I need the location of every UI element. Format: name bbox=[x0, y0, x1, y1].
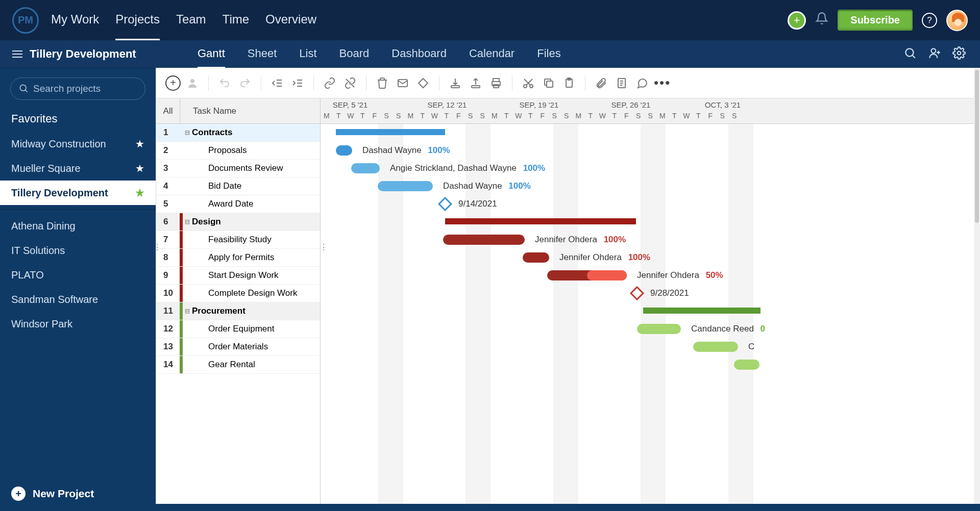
add-task-button[interactable]: + bbox=[165, 75, 181, 91]
avatar[interactable] bbox=[946, 10, 968, 31]
more-icon[interactable]: ••• bbox=[654, 75, 671, 91]
task-row[interactable]: 1⊟Contracts bbox=[156, 124, 320, 142]
outdent-icon[interactable] bbox=[268, 74, 286, 92]
day-label: T bbox=[357, 112, 369, 122]
undo-icon[interactable] bbox=[216, 74, 233, 92]
task-row[interactable]: 11⊟Procurement bbox=[156, 302, 320, 320]
tab-gantt[interactable]: Gantt bbox=[198, 40, 225, 68]
nav-time[interactable]: Time bbox=[223, 0, 249, 40]
comment-icon[interactable] bbox=[633, 74, 651, 92]
task-bar[interactable] bbox=[693, 342, 738, 352]
attachment-icon[interactable] bbox=[593, 74, 610, 92]
task-row[interactable]: 6⊟Design bbox=[156, 213, 320, 231]
task-row[interactable]: 13Order Materials bbox=[156, 338, 320, 356]
tab-sheet[interactable]: Sheet bbox=[248, 40, 277, 68]
task-row[interactable]: 7Feasibility Study bbox=[156, 231, 320, 249]
milestone-label: 9/28/2021 bbox=[650, 288, 689, 298]
notifications-icon[interactable] bbox=[815, 12, 828, 29]
task-row[interactable]: 12Order Equipment bbox=[156, 320, 320, 338]
task-bar[interactable] bbox=[734, 360, 760, 370]
summary-bar[interactable] bbox=[643, 308, 761, 314]
add-button[interactable]: + bbox=[788, 11, 806, 30]
sidebar-item-sandman-software[interactable]: Sandman Software bbox=[0, 287, 156, 312]
star-icon[interactable]: ★ bbox=[135, 162, 144, 174]
vertical-scrollbar[interactable] bbox=[974, 68, 980, 511]
subscribe-button[interactable]: Subscribe bbox=[838, 10, 913, 31]
nav-overview[interactable]: Overview bbox=[265, 0, 316, 40]
copy-icon[interactable] bbox=[540, 74, 557, 92]
delete-icon[interactable] bbox=[374, 74, 391, 92]
tab-list[interactable]: List bbox=[299, 40, 316, 68]
task-row[interactable]: 3Documents Review bbox=[156, 160, 320, 177]
logo[interactable]: PM bbox=[12, 7, 39, 34]
svg-rect-7 bbox=[472, 86, 480, 88]
indent-icon[interactable] bbox=[289, 74, 306, 92]
column-all[interactable]: All bbox=[156, 106, 180, 116]
summary-bar[interactable] bbox=[445, 218, 636, 224]
tab-calendar[interactable]: Calendar bbox=[469, 40, 514, 68]
search-input[interactable] bbox=[10, 78, 145, 100]
task-row[interactable]: 10Complete Design Work bbox=[156, 285, 320, 302]
nav-projects[interactable]: Projects bbox=[115, 0, 160, 40]
assign-icon[interactable] bbox=[184, 74, 201, 92]
day-label: S bbox=[549, 112, 561, 122]
sidebar-item-athena-dining[interactable]: Athena Dining bbox=[0, 214, 156, 238]
task-row[interactable]: 14Gear Rental bbox=[156, 356, 320, 374]
help-icon[interactable]: ? bbox=[922, 13, 937, 28]
task-bar[interactable] bbox=[351, 163, 380, 173]
chart-pane: ⋮ SEP, 5 '21SEP, 12 '21SEP, 19 '21SEP, 2… bbox=[321, 98, 980, 511]
column-taskname[interactable]: Task Name bbox=[187, 106, 236, 116]
nav-team[interactable]: Team bbox=[176, 0, 206, 40]
tab-files[interactable]: Files bbox=[537, 40, 560, 68]
summary-bar[interactable] bbox=[336, 129, 445, 135]
notes-icon[interactable] bbox=[613, 74, 630, 92]
menu-icon[interactable] bbox=[12, 50, 22, 58]
milestone[interactable] bbox=[438, 197, 452, 211]
nav-my-work[interactable]: My Work bbox=[51, 0, 99, 40]
cut-icon[interactable] bbox=[520, 74, 537, 92]
collapse-icon[interactable]: ⊟ bbox=[183, 308, 192, 315]
print-icon[interactable] bbox=[487, 74, 505, 92]
task-bar[interactable] bbox=[443, 235, 525, 245]
task-row[interactable]: 5Award Date bbox=[156, 195, 320, 213]
task-bar[interactable] bbox=[637, 324, 681, 334]
collapse-icon[interactable]: ⊟ bbox=[183, 218, 192, 225]
tab-board[interactable]: Board bbox=[339, 40, 370, 68]
sidebar-item-it-solutions[interactable]: IT Solutions bbox=[0, 238, 156, 263]
task-bar[interactable] bbox=[336, 145, 352, 156]
milestone-icon[interactable] bbox=[414, 74, 432, 92]
task-row[interactable]: 2Proposals bbox=[156, 142, 320, 160]
unlink-icon[interactable] bbox=[341, 74, 359, 92]
task-row[interactable]: 8Apply for Permits bbox=[156, 249, 320, 267]
task-bar-remaining[interactable] bbox=[587, 270, 627, 280]
timeline-header: SEP, 5 '21SEP, 12 '21SEP, 19 '21SEP, 26 … bbox=[321, 98, 980, 124]
sidebar-item-plato[interactable]: PLATO bbox=[0, 263, 156, 287]
star-icon[interactable]: ★ bbox=[135, 187, 144, 199]
add-user-icon[interactable] bbox=[928, 46, 941, 62]
sidebar-item-windsor-park[interactable]: Windsor Park bbox=[0, 312, 156, 336]
import-icon[interactable] bbox=[447, 74, 464, 92]
email-icon[interactable] bbox=[394, 74, 411, 92]
svg-point-0 bbox=[905, 48, 913, 56]
export-icon[interactable] bbox=[467, 74, 484, 92]
tab-dashboard[interactable]: Dashboard bbox=[391, 40, 447, 68]
settings-icon[interactable] bbox=[952, 46, 966, 62]
new-project-button[interactable]: + New Project bbox=[0, 476, 156, 511]
chart-body[interactable]: Dashad Wayne 100%Angie Strickland, Dasha… bbox=[321, 124, 980, 505]
task-bar[interactable] bbox=[523, 252, 549, 263]
search-icon[interactable] bbox=[903, 46, 917, 62]
link-icon[interactable] bbox=[321, 74, 338, 92]
pane-resize-handle[interactable]: ⋮ bbox=[156, 242, 161, 252]
sidebar-item-tillery-development[interactable]: Tillery Development★ bbox=[0, 181, 156, 205]
collapse-icon[interactable]: ⊟ bbox=[183, 129, 192, 136]
star-icon[interactable]: ★ bbox=[135, 138, 144, 150]
assignee-label: Dashad Wayne bbox=[362, 145, 422, 155]
task-row[interactable]: 9Start Design Work bbox=[156, 267, 320, 285]
paste-icon[interactable] bbox=[560, 74, 578, 92]
redo-icon[interactable] bbox=[236, 74, 254, 92]
sidebar-item-midway-construction[interactable]: Midway Construction★ bbox=[0, 132, 156, 156]
sidebar-item-mueller-square[interactable]: Mueller Square★ bbox=[0, 156, 156, 181]
task-bar[interactable] bbox=[378, 181, 433, 191]
day-label: T bbox=[584, 112, 597, 122]
task-row[interactable]: 4Bid Date bbox=[156, 177, 320, 195]
